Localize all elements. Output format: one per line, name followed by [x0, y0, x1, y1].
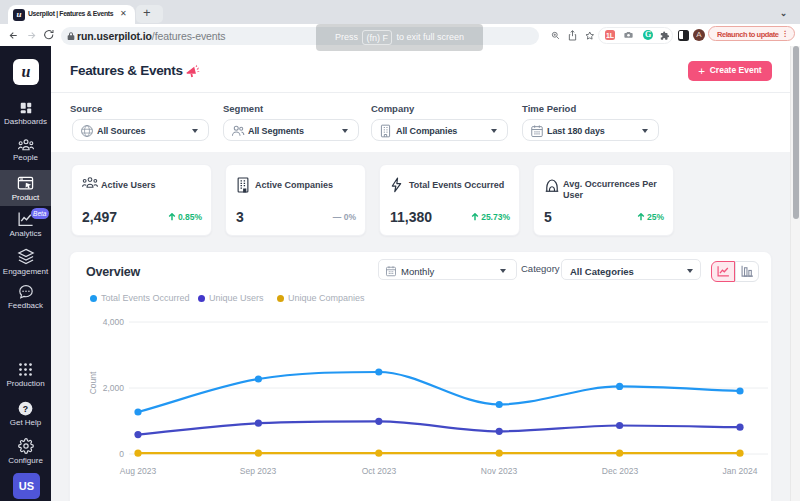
svg-text:?: ?: [23, 404, 28, 414]
